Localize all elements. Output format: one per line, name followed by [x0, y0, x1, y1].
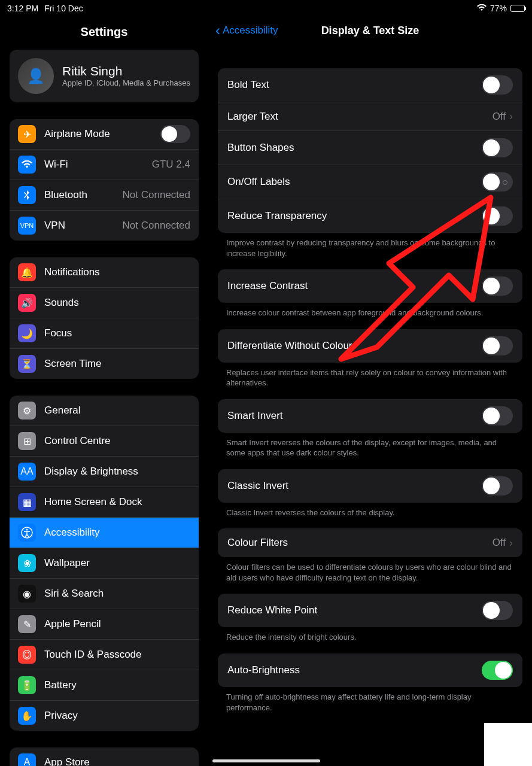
sidebar-item-label: Home Screen & Dock — [44, 496, 190, 508]
toggle[interactable] — [482, 406, 513, 425]
sidebar-item-touch-id-passcode[interactable]: Touch ID & Passcode — [10, 640, 199, 670]
privacy-icon: ✋ — [18, 707, 36, 725]
profile-section: 👤 Ritik Singh Apple ID, iCloud, Media & … — [10, 50, 199, 102]
toggle[interactable] — [482, 75, 513, 95]
home-screen-dock-icon: ▦ — [18, 493, 36, 511]
sidebar-item-battery[interactable]: 🔋Battery — [10, 670, 199, 701]
sidebar-item-wi-fi[interactable]: Wi-FiGTU 2.4 — [10, 150, 199, 180]
toggle[interactable] — [482, 476, 513, 496]
section-footer: Improve contrast by reducing transparenc… — [208, 233, 532, 259]
profile-row[interactable]: 👤 Ritik Singh Apple ID, iCloud, Media & … — [10, 50, 199, 102]
sidebar-item-label: Notifications — [44, 266, 190, 278]
siri-search-icon: ◉ — [18, 585, 36, 603]
setting-row-smart-invert[interactable]: Smart Invert — [218, 399, 522, 433]
back-label: Accessibility — [223, 25, 278, 37]
battery-pct: 77% — [490, 4, 507, 13]
control-centre-icon: ⊞ — [18, 432, 36, 450]
toggle[interactable] — [482, 172, 513, 192]
setting-row-button-shapes[interactable]: Button Shapes — [218, 131, 522, 165]
sidebar-item-label: Bluetooth — [44, 189, 114, 201]
setting-row-bold-text[interactable]: Bold Text — [218, 68, 522, 102]
setting-label: Colour Filters — [227, 537, 288, 549]
sidebar-item-screen-time[interactable]: ⏳Screen Time — [10, 349, 199, 379]
sounds-icon: 🔊 — [18, 294, 36, 312]
sidebar-item-focus[interactable]: 🌙Focus — [10, 318, 199, 349]
battery-icon — [510, 5, 525, 12]
chevron-left-icon: ‹ — [215, 23, 220, 38]
sidebar-item-app-store[interactable]: AApp Store — [10, 747, 199, 766]
toggle[interactable] — [482, 138, 513, 157]
sidebar-item-airplane-mode[interactable]: ✈Airplane Mode — [10, 119, 199, 150]
sidebar-item-bluetooth[interactable]: BluetoothNot Connected — [10, 180, 199, 211]
sidebar-item-notifications[interactable]: 🔔Notifications — [10, 257, 199, 288]
sidebar-item-wallpaper[interactable]: ❀Wallpaper — [10, 548, 199, 579]
setting-label: Reduce Transparency — [227, 210, 327, 222]
sidebar-item-siri-search[interactable]: ◉Siri & Search — [10, 579, 199, 609]
airplane-mode-icon: ✈ — [18, 125, 36, 143]
setting-row-on-off-labels[interactable]: On/Off Labels — [218, 165, 522, 199]
toggle[interactable] — [160, 125, 190, 143]
setting-label: Bold Text — [227, 79, 269, 91]
detail-section-3: Smart Invert — [218, 399, 522, 433]
toggle[interactable] — [482, 661, 513, 680]
appstore-section: AApp Store — [10, 747, 199, 766]
section-footer: Reduce the intensity of bright colours. — [208, 627, 532, 643]
setting-label: Auto-Brightness — [227, 664, 300, 676]
accessibility-icon — [18, 524, 36, 542]
back-button[interactable]: ‹ Accessibility — [215, 23, 278, 38]
status-bar: 3:12 PM Fri 10 Dec 77% — [0, 0, 532, 17]
setting-row-reduce-white-point[interactable]: Reduce White Point — [218, 594, 522, 627]
setting-row-reduce-transparency[interactable]: Reduce Transparency — [218, 199, 522, 233]
setting-label: Differentiate Without Colour — [227, 340, 352, 352]
sidebar-item-value: Not Connected — [123, 189, 190, 201]
sidebar-item-accessibility[interactable]: Accessibility — [10, 518, 199, 548]
section-footer: Smart Invert reverses the colours of the… — [208, 433, 532, 458]
detail-section-4: Classic Invert — [218, 469, 522, 503]
toggle[interactable] — [482, 336, 513, 355]
sidebar-item-label: Wi-Fi — [44, 159, 144, 171]
sidebar-item-label: Privacy — [44, 710, 190, 722]
sidebar-item-general[interactable]: ⚙General — [10, 396, 199, 426]
setting-row-increase-contrast[interactable]: Increase Contrast — [218, 269, 522, 303]
section-footer: Increase colour contrast between app for… — [208, 303, 532, 318]
profile-name: Ritik Singh — [62, 64, 190, 78]
sidebar-item-label: VPN — [44, 220, 114, 232]
home-indicator — [212, 759, 320, 762]
notif-section: 🔔Notifications🔊Sounds🌙Focus⏳Screen Time — [10, 257, 199, 379]
sidebar-item-vpn[interactable]: VPNVPNNot Connected — [10, 211, 199, 241]
setting-row-larger-text[interactable]: Larger TextOff› — [218, 102, 522, 131]
setting-row-auto-brightness[interactable]: Auto-Brightness — [218, 653, 522, 687]
detail-pane: ‹ Accessibility Display & Text Size Bold… — [208, 17, 532, 766]
sidebar-item-label: Accessibility — [44, 527, 190, 539]
sidebar-item-value: GTU 2.4 — [152, 159, 190, 171]
notifications-icon: 🔔 — [18, 263, 36, 281]
sidebar-item-label: Focus — [44, 327, 190, 339]
sidebar-title: Settings — [0, 17, 208, 50]
chevron-right-icon: › — [509, 110, 513, 123]
setting-value: Off› — [493, 110, 513, 123]
sidebar-item-sounds[interactable]: 🔊Sounds — [10, 288, 199, 318]
sidebar-item-label: Control Centre — [44, 435, 190, 447]
setting-row-colour-filters[interactable]: Colour FiltersOff› — [218, 528, 522, 557]
setting-label: Button Shapes — [227, 142, 294, 154]
general-section: ⚙General⊞Control CentreAADisplay & Brigh… — [10, 396, 199, 731]
sidebar-item-label: Battery — [44, 679, 190, 691]
chevron-right-icon: › — [509, 537, 513, 549]
detail-section-6: Reduce White Point — [218, 594, 522, 627]
setting-label: Increase Contrast — [227, 280, 308, 292]
setting-row-differentiate-without-colour[interactable]: Differentiate Without Colour — [218, 329, 522, 363]
toggle[interactable] — [482, 206, 513, 226]
detail-section-2: Differentiate Without Colour — [218, 329, 522, 363]
sidebar-item-privacy[interactable]: ✋Privacy — [10, 701, 199, 731]
toggle[interactable] — [482, 276, 513, 296]
sidebar-item-control-centre[interactable]: ⊞Control Centre — [10, 426, 199, 457]
avatar: 👤 — [18, 58, 54, 94]
screen-time-icon: ⏳ — [18, 355, 36, 373]
connectivity-section: ✈Airplane ModeWi-FiGTU 2.4BluetoothNot C… — [10, 119, 199, 241]
setting-row-classic-invert[interactable]: Classic Invert — [218, 469, 522, 503]
sidebar-item-home-screen-dock[interactable]: ▦Home Screen & Dock — [10, 487, 199, 518]
sidebar-item-display-brightness[interactable]: AADisplay & Brightness — [10, 457, 199, 487]
wifi-icon — [477, 4, 487, 13]
toggle[interactable] — [482, 601, 513, 620]
sidebar-item-apple-pencil[interactable]: ✎Apple Pencil — [10, 609, 199, 640]
